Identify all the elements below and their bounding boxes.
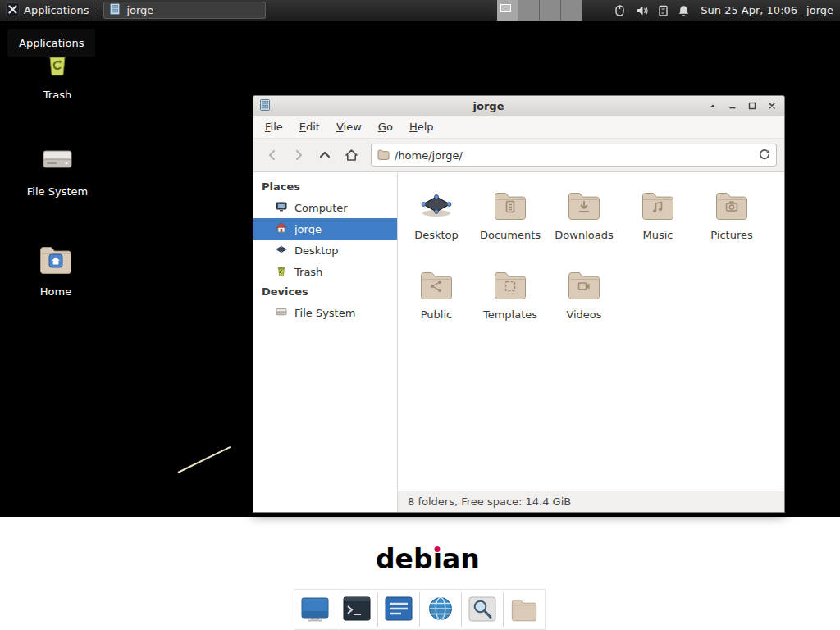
web-browser-icon[interactable]: [425, 594, 456, 625]
right-pane: Desktop Documents Downloads: [398, 172, 784, 512]
reload-icon[interactable]: [758, 148, 771, 163]
file-item-templates[interactable]: Templates: [473, 265, 547, 345]
folder-documents-icon: [491, 185, 530, 225]
menu-file[interactable]: File: [257, 116, 291, 138]
file-item-downloads[interactable]: Downloads: [547, 185, 621, 265]
menu-view[interactable]: View: [328, 116, 370, 138]
computer-icon: [275, 200, 288, 216]
taskbar-window-button[interactable]: jorge: [103, 2, 266, 19]
sidebar-item-jorge[interactable]: jorge: [253, 218, 397, 240]
file-item-videos[interactable]: Videos: [547, 265, 621, 345]
home-button[interactable]: [340, 144, 363, 167]
desktop-icon-file-system[interactable]: File System: [12, 139, 103, 198]
file-label: Desktop: [414, 229, 459, 241]
desktop-icon-label: Home: [40, 285, 71, 298]
app-finder-icon[interactable]: [467, 594, 498, 625]
menu-edit[interactable]: Edit: [291, 116, 328, 138]
folder-icon: [377, 148, 390, 163]
menubar: File Edit View Go Help: [253, 116, 784, 139]
sidebar-item-desktop[interactable]: Desktop: [253, 240, 397, 261]
sidebar-header-places: Places: [253, 177, 397, 197]
up-button[interactable]: [313, 144, 336, 167]
sidebar-item-trash[interactable]: Trash: [253, 261, 397, 282]
icon-view: Desktop Documents Downloads: [398, 172, 784, 491]
wallpaper-scratch-line: [178, 446, 231, 473]
terminal-icon[interactable]: [341, 594, 372, 625]
forward-button[interactable]: [287, 144, 310, 167]
file-manager-icon: [108, 2, 121, 18]
path-bar[interactable]: [371, 144, 777, 167]
file-label: Music: [643, 229, 673, 241]
workspace-switcher: [497, 0, 582, 21]
menu-go[interactable]: Go: [370, 116, 401, 138]
home-folder-icon: [36, 240, 75, 279]
workspace-1[interactable]: [497, 0, 518, 21]
folder-videos-icon: [564, 265, 604, 304]
sidebar-item-label: Computer: [294, 202, 348, 214]
bottom-dock: [294, 589, 546, 630]
workspace-window-thumb: [500, 4, 511, 12]
dock-separator: [503, 592, 504, 627]
file-manager-icon[interactable]: [509, 594, 540, 625]
titlebar[interactable]: jorge: [253, 96, 784, 116]
file-item-documents[interactable]: Documents: [473, 185, 547, 265]
back-button[interactable]: [261, 144, 284, 167]
panel-separator: [98, 3, 98, 17]
system-tray: [614, 4, 690, 17]
maximize-button[interactable]: [745, 98, 760, 114]
window-icon: [258, 98, 272, 114]
file-label: Pictures: [710, 229, 752, 241]
dock-separator: [419, 592, 420, 627]
dock-separator: [461, 592, 462, 627]
window-title: jorge: [276, 100, 701, 112]
drive-icon: [275, 305, 288, 321]
workspace-3[interactable]: [540, 0, 561, 21]
volume-icon[interactable]: [635, 4, 649, 17]
mouse-icon[interactable]: [614, 4, 626, 17]
debian-swirl-dot-icon: [435, 546, 441, 552]
minimize-button[interactable]: [725, 98, 740, 114]
panel-clock[interactable]: Sun 25 Apr, 10:06: [701, 4, 797, 16]
folder-pictures-icon: [712, 185, 751, 225]
display-settings-icon[interactable]: [299, 594, 331, 625]
file-manager-window: jorge File Edit View Go Help: [253, 95, 785, 513]
clipboard-icon[interactable]: [658, 4, 669, 17]
desktop-icon-home[interactable]: Home: [11, 240, 101, 298]
desktop-icon-label: Trash: [43, 89, 71, 101]
workspace-2[interactable]: [518, 0, 540, 21]
file-label: Downloads: [555, 229, 613, 241]
file-label: Documents: [480, 229, 541, 241]
file-item-pictures[interactable]: Pictures: [695, 185, 769, 265]
panel-username[interactable]: jorge: [806, 4, 833, 16]
console-icon[interactable]: [383, 594, 414, 625]
applications-menu-icon: [6, 2, 20, 19]
file-item-music[interactable]: Music: [621, 185, 695, 265]
close-button[interactable]: [765, 98, 779, 114]
file-item-public[interactable]: Public: [399, 265, 473, 345]
trash-icon: [275, 264, 288, 280]
debian-logo-i: ı: [433, 543, 442, 575]
sidebar-item-label: jorge: [294, 223, 322, 235]
path-input[interactable]: [395, 144, 753, 166]
menu-help[interactable]: Help: [401, 116, 442, 138]
applications-tooltip: Applications: [7, 28, 96, 57]
sidebar-item-computer[interactable]: Computer: [253, 197, 397, 218]
window-body: Places Computer jorge Desktop Trash Devi…: [253, 172, 784, 512]
tooltip-text: Applications: [19, 37, 84, 49]
applications-menu-button[interactable]: Applications: [0, 0, 94, 21]
folder-downloads-icon: [564, 185, 604, 225]
file-item-desktop[interactable]: Desktop: [399, 185, 473, 265]
sidebar-item-file-system[interactable]: File System: [253, 302, 397, 323]
top-panel: Applications jorge Sun 25 Apr, 10:06 jor…: [0, 0, 840, 21]
sidebar-item-label: Desktop: [294, 244, 339, 257]
notifications-bell-icon[interactable]: [678, 4, 690, 17]
folder-templates-icon: [491, 265, 530, 304]
user-home-icon: [275, 221, 288, 237]
workspace-4[interactable]: [561, 0, 582, 21]
taskbar-window-label: jorge: [126, 4, 153, 16]
shade-button[interactable]: [705, 98, 720, 114]
folder-public-icon: [417, 265, 456, 304]
desktop-icon: [417, 185, 456, 225]
sidebar: Places Computer jorge Desktop Trash Devi…: [253, 172, 398, 512]
status-bar: 8 folders, Free space: 14.4 GiB: [398, 491, 784, 512]
